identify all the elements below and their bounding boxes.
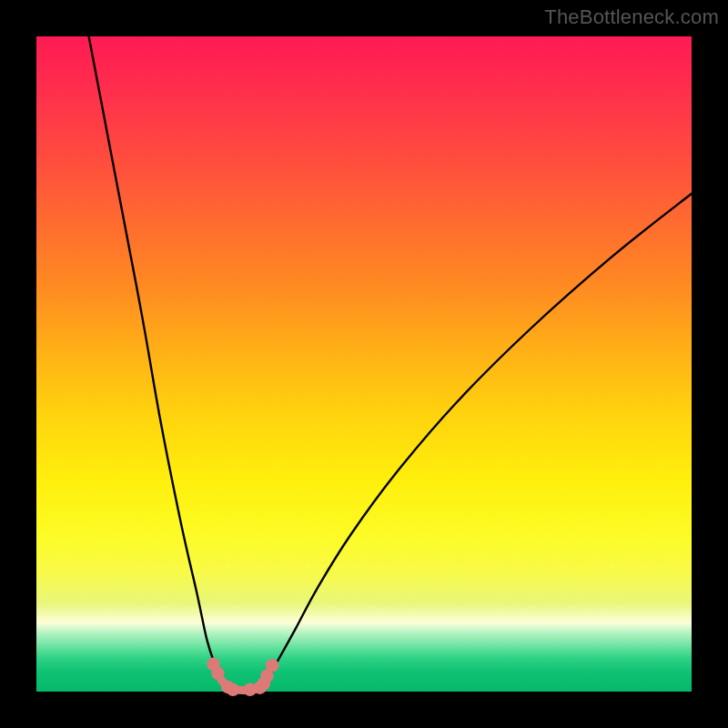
chart-frame: TheBottleneck.com [0, 0, 728, 728]
curves-svg [36, 36, 692, 692]
left-curve [89, 36, 228, 688]
highlight-marker [211, 667, 224, 680]
highlight-marker [227, 683, 239, 696]
right-curve [261, 194, 692, 689]
highlight-marker [266, 659, 278, 672]
plot-area [36, 36, 692, 692]
watermark-text: TheBottleneck.com [544, 5, 719, 29]
